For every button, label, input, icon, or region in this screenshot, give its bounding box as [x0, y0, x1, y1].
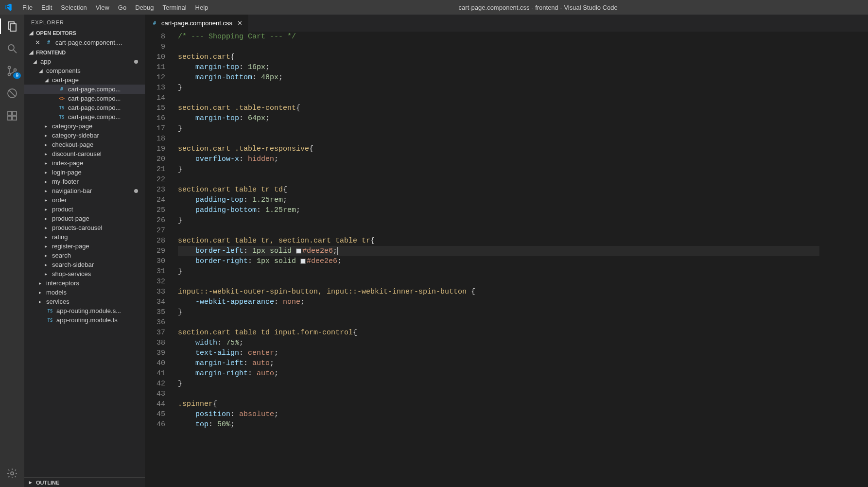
file-item[interactable]: cart-page.compo...: [24, 85, 145, 94]
css-file-icon: [151, 20, 158, 26]
file-item[interactable]: cart-page.compo...: [24, 103, 145, 112]
chevron-right-icon: ▸: [45, 271, 50, 277]
menu-help[interactable]: Help: [191, 2, 212, 13]
code-content[interactable]: /* --- Shopping Cart --- */section.cart{…: [174, 32, 819, 487]
folder-item[interactable]: ▸product: [24, 205, 145, 214]
svg-rect-12: [13, 111, 17, 115]
folder-item[interactable]: ◢components: [24, 66, 145, 75]
ts-file-icon: [46, 309, 54, 313]
open-editor-item[interactable]: ✕ cart-page.component....: [24, 37, 145, 48]
folder-item[interactable]: ▸category-sidebar: [24, 131, 145, 140]
chevron-down-icon: ◢: [45, 77, 50, 83]
file-item[interactable]: cart-page.compo...: [24, 112, 145, 122]
folder-item[interactable]: ▸search: [24, 251, 145, 260]
file-item[interactable]: app-routing.module.s...: [24, 306, 145, 315]
file-item[interactable]: cart-page.compo...: [24, 94, 145, 103]
modified-dot-icon: [134, 189, 138, 193]
chevron-right-icon: ▸: [45, 179, 50, 184]
folder-item[interactable]: ▸login-page: [24, 168, 145, 177]
ts-file-icon: [58, 105, 66, 110]
folder-item[interactable]: ▸register-page: [24, 242, 145, 251]
project-header[interactable]: ◢ FRONTEND: [24, 48, 145, 57]
activity-bar: 9: [0, 15, 24, 487]
scm-badge: 9: [13, 72, 21, 79]
menu-terminal[interactable]: Terminal: [158, 2, 190, 13]
folder-item[interactable]: ▸my-footer: [24, 177, 145, 186]
settings-gear-icon[interactable]: [5, 467, 19, 480]
html-file-icon: [58, 96, 66, 101]
file-item[interactable]: app-routing.module.ts: [24, 315, 145, 325]
chevron-right-icon: ▸: [45, 133, 50, 138]
chevron-right-icon: ▸: [45, 151, 50, 157]
minimap[interactable]: [819, 32, 868, 487]
folder-item[interactable]: ▸products-carousel: [24, 223, 145, 232]
svg-line-8: [9, 90, 16, 97]
svg-point-6: [14, 69, 17, 71]
folder-item[interactable]: ▸index-page: [24, 158, 145, 168]
editor-tab[interactable]: cart-page.component.css ✕: [145, 15, 249, 32]
chevron-right-icon: ▸: [45, 142, 50, 147]
extensions-icon[interactable]: [5, 109, 19, 122]
file-tree: ◢app◢components◢cart-pagecart-page.compo…: [24, 57, 145, 477]
chevron-right-icon: ▸: [45, 160, 50, 166]
chevron-right-icon: ▸: [45, 244, 50, 249]
close-icon[interactable]: ✕: [237, 19, 243, 27]
chevron-right-icon: ▸: [45, 207, 50, 212]
chevron-right-icon: ▸: [45, 253, 50, 258]
outline-header[interactable]: ▸ OUTLINE: [24, 477, 145, 487]
menu-debug[interactable]: Debug: [131, 2, 157, 13]
folder-item[interactable]: ▸checkout-page: [24, 140, 145, 149]
folder-item[interactable]: ▸order: [24, 195, 145, 205]
debug-icon[interactable]: [5, 87, 19, 100]
search-icon[interactable]: [5, 42, 19, 55]
sidebar-title: EXPLORER: [24, 15, 145, 28]
svg-rect-11: [13, 116, 17, 120]
folder-item[interactable]: ◢cart-page: [24, 75, 145, 85]
chevron-right-icon: ▸: [45, 225, 50, 230]
menu-file[interactable]: File: [18, 2, 36, 13]
chevron-right-icon: ▸: [45, 123, 50, 129]
menu-selection[interactable]: Selection: [57, 2, 90, 13]
source-control-icon[interactable]: 9: [5, 64, 19, 78]
chevron-down-icon: ◢: [33, 59, 38, 64]
code-area[interactable]: 8910111213141516171819202122232425262728…: [145, 32, 868, 487]
folder-item[interactable]: ▸models: [24, 288, 145, 297]
folder-item[interactable]: ▸product-page: [24, 214, 145, 223]
chevron-right-icon: ▸: [45, 197, 50, 203]
ts-file-icon: [58, 115, 66, 120]
folder-item[interactable]: ◢app: [24, 57, 145, 66]
folder-item[interactable]: ▸shop-services: [24, 269, 145, 278]
chevron-right-icon: ▸: [45, 216, 50, 221]
folder-item[interactable]: ▸discount-carousel: [24, 149, 145, 158]
menu-go[interactable]: Go: [114, 2, 130, 13]
chevron-right-icon: ▸: [45, 234, 50, 240]
close-icon[interactable]: ✕: [35, 39, 42, 46]
css-file-icon: [45, 40, 52, 45]
chevron-right-icon: ▸: [45, 170, 50, 175]
folder-item[interactable]: ▸search-sidebar: [24, 260, 145, 269]
svg-point-2: [8, 45, 14, 51]
sidebar: EXPLORER ◢ OPEN EDITORS ✕ cart-page.comp…: [24, 15, 145, 487]
folder-item[interactable]: ▸interceptors: [24, 278, 145, 288]
modified-dot-icon: [134, 60, 138, 64]
chevron-right-icon: ▸: [39, 290, 44, 295]
folder-item[interactable]: ▸navigation-bar: [24, 186, 145, 195]
folder-item[interactable]: ▸services: [24, 297, 145, 306]
chevron-right-icon: ▸: [45, 188, 50, 193]
folder-item[interactable]: ▸rating: [24, 232, 145, 242]
chevron-right-icon: ▸: [45, 262, 50, 267]
menu-edit[interactable]: Edit: [37, 2, 56, 13]
titlebar: FileEditSelectionViewGoDebugTerminalHelp…: [0, 0, 868, 15]
menu-view[interactable]: View: [92, 2, 113, 13]
explorer-icon[interactable]: [5, 19, 19, 33]
vscode-logo-icon: [4, 2, 14, 12]
svg-point-13: [11, 472, 14, 475]
line-gutter: 8910111213141516171819202122232425262728…: [145, 32, 174, 487]
chevron-right-icon: ▸: [39, 299, 44, 304]
ts-file-icon: [46, 318, 54, 323]
svg-point-5: [8, 73, 11, 76]
open-editors-header[interactable]: ◢ OPEN EDITORS: [24, 28, 145, 37]
folder-item[interactable]: ▸category-page: [24, 122, 145, 131]
chevron-down-icon: ◢: [29, 49, 34, 55]
menu-bar: FileEditSelectionViewGoDebugTerminalHelp: [18, 2, 212, 13]
